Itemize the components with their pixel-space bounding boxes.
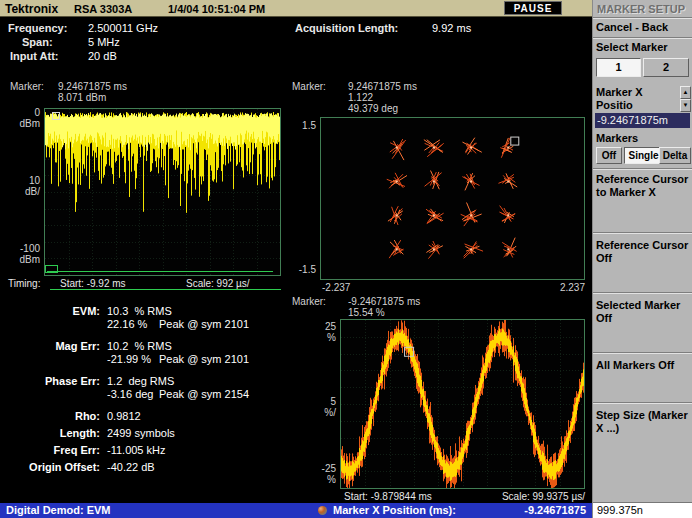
result-row: -21.99 % Peak @ sym 2101 xyxy=(8,353,286,366)
evm-y-top-unit: % xyxy=(302,332,336,343)
constellation-marker-time: 9.24671875 ms xyxy=(348,81,417,92)
result-peak-sym: Peak @ sym 2101 xyxy=(159,318,249,331)
span-label: Span: xyxy=(22,36,53,48)
model-label: RSA 3303A xyxy=(74,3,132,15)
softkey-menu: MARKER SETUP Cancel - Back Select Marker… xyxy=(592,0,692,518)
evm-y-scale: 5 xyxy=(302,396,336,407)
step-size-button[interactable]: Step Size (Marker X ...) xyxy=(596,409,690,435)
result-peak-value: -3.16 deg xyxy=(107,388,159,401)
constellation-y-bottom: -1.5 xyxy=(280,264,316,275)
span-value: 5 MHz xyxy=(88,36,120,48)
result-label: Origin Offset: xyxy=(8,461,107,474)
result-row: EVM: 10.3 % RMS xyxy=(8,305,286,318)
result-row: -3.16 deg Peak @ sym 2154 xyxy=(8,388,286,401)
result-value: 10.2 % RMS xyxy=(107,340,172,353)
acquisition-length-label: Acquisition Length: xyxy=(295,22,398,34)
result-label: Freq Err: xyxy=(8,444,107,457)
bottom-status-bar: Digital Demod: EVM Marker X Position (ms… xyxy=(0,503,592,518)
knob-icon xyxy=(318,506,327,515)
constellation-y-top: 1.5 xyxy=(280,120,316,131)
evm-y-bottom-unit: % xyxy=(302,474,336,485)
brand-logo: Tektronix xyxy=(5,2,58,16)
constellation-x-right: 2.237 xyxy=(465,282,585,293)
measurement-results: EVM: 10.3 % RMS 22.16 % Peak @ sym 2101 … xyxy=(8,305,286,474)
evm-y-scale-unit: %/ xyxy=(302,407,336,418)
top-status-bar: Tektronix RSA 3303A 1/4/04 10:51:04 PM P… xyxy=(0,0,592,17)
result-value: -40.22 dB xyxy=(107,461,155,474)
overview-scale-text: Scale: 992 µs/ xyxy=(186,278,250,289)
timing-bar xyxy=(50,289,281,290)
display-area: Frequency: 2.500011 GHz Span: 5 MHz Inpu… xyxy=(0,17,592,503)
input-att-label: Input Att: xyxy=(10,50,58,62)
result-row: 22.16 % Peak @ sym 2101 xyxy=(8,318,286,331)
result-row: Length: 2499 symbols xyxy=(8,427,286,440)
result-peak-value: -21.99 % xyxy=(107,353,159,366)
markers-label: Markers xyxy=(596,132,690,145)
timing-label: Timing: xyxy=(8,278,40,289)
divider xyxy=(593,292,692,294)
result-label: Phase Err: xyxy=(8,375,107,388)
result-label: Rho: xyxy=(8,410,107,423)
result-value: 10.3 % RMS xyxy=(107,305,172,318)
markers-delta-button[interactable]: Delta xyxy=(659,147,691,164)
all-markers-off-button[interactable]: All Markers Off xyxy=(596,359,690,372)
marker-1-button[interactable]: 1 xyxy=(596,58,641,77)
result-peak-sym: Peak @ sym 2154 xyxy=(159,388,249,401)
result-label: Length: xyxy=(8,427,107,440)
datetime-label: 1/4/04 10:51:04 PM xyxy=(168,3,265,15)
overview-y-top-unit: dBm xyxy=(4,118,40,129)
divider xyxy=(593,168,692,170)
evm-trace-chart xyxy=(340,319,585,489)
acquisition-length-value: 9.92 ms xyxy=(432,22,471,34)
divider xyxy=(593,402,692,404)
result-row: Rho: 0.9812 xyxy=(8,410,286,423)
evm-marker-value: 15.54 % xyxy=(348,307,385,318)
result-row: Mag Err: 10.2 % RMS xyxy=(8,340,286,353)
result-row: Freq Err: -11.005 kHz xyxy=(8,444,286,457)
marker-x-position-label: Marker X Position (ms): xyxy=(333,504,456,516)
overview-marker-time: 9.24671875 ms xyxy=(58,81,127,92)
selected-marker-off-button[interactable]: Selected Marker Off xyxy=(596,299,690,325)
marker-x-position-input[interactable]: -9.24671875m xyxy=(595,113,690,128)
overview-marker-level: 8.071 dBm xyxy=(58,92,106,103)
evm-y-top: 25 xyxy=(302,321,336,332)
result-label: Mag Err: xyxy=(8,340,107,353)
pause-button[interactable]: PAUSE xyxy=(504,1,562,15)
spinner-down-button[interactable]: ▼ xyxy=(680,99,691,112)
constellation-x-left: -2.237 xyxy=(322,282,350,293)
overview-y-scale-unit: dB/ xyxy=(4,186,40,197)
cancel-back-button[interactable]: Cancel - Back xyxy=(596,21,690,34)
result-value: 0.9812 xyxy=(107,410,141,423)
evm-scale-text: Scale: 99.9375 µs/ xyxy=(465,491,585,502)
frequency-value: 2.500011 GHz xyxy=(88,22,158,34)
reference-cursor-off-button[interactable]: Reference Cursor Off xyxy=(596,239,690,265)
divider xyxy=(593,232,692,234)
constellation-marker-mag: 1.122 xyxy=(348,92,373,103)
marker-2-button[interactable]: 2 xyxy=(643,58,689,77)
overview-y-bottom-unit: dBm xyxy=(4,254,40,265)
overview-start-text: Start: -9.92 ms xyxy=(60,278,126,289)
result-value: 2499 symbols xyxy=(107,427,175,440)
evm-start-text: Start: -9.879844 ms xyxy=(344,491,432,502)
evm-y-bottom: -25 xyxy=(302,463,336,474)
result-value: 1.2 deg RMS xyxy=(107,375,174,388)
measurement-mode-label: Digital Demod: EVM xyxy=(6,504,111,516)
constellation-marker-phase: 49.379 deg xyxy=(348,103,398,114)
rsa3303a-screen: Tektronix RSA 3303A 1/4/04 10:51:04 PM P… xyxy=(0,0,692,518)
spinner-up-button[interactable]: ▲ xyxy=(680,86,691,99)
reference-cursor-to-marker-button[interactable]: Reference Cursor to Marker X xyxy=(596,173,690,199)
result-label: EVM: xyxy=(8,305,107,318)
constellation-chart xyxy=(320,117,585,280)
marker-x-spinner: ▲ ▼ xyxy=(680,86,691,112)
result-peak-sym: Peak @ sym 2101 xyxy=(159,353,249,366)
markers-off-button[interactable]: Off xyxy=(596,147,622,164)
constellation-marker-label: Marker: xyxy=(292,81,326,92)
frequency-label: Frequency: xyxy=(8,22,67,34)
markers-single-button[interactable]: Single xyxy=(624,147,663,164)
marker-x-position-label-line1: Marker X Positio xyxy=(596,86,678,112)
select-marker-label: Select Marker xyxy=(596,41,690,54)
evm-marker-label: Marker: xyxy=(292,296,326,307)
divider xyxy=(593,37,692,39)
overview-waveform-chart xyxy=(44,108,281,276)
input-att-value: 20 dB xyxy=(88,50,117,62)
